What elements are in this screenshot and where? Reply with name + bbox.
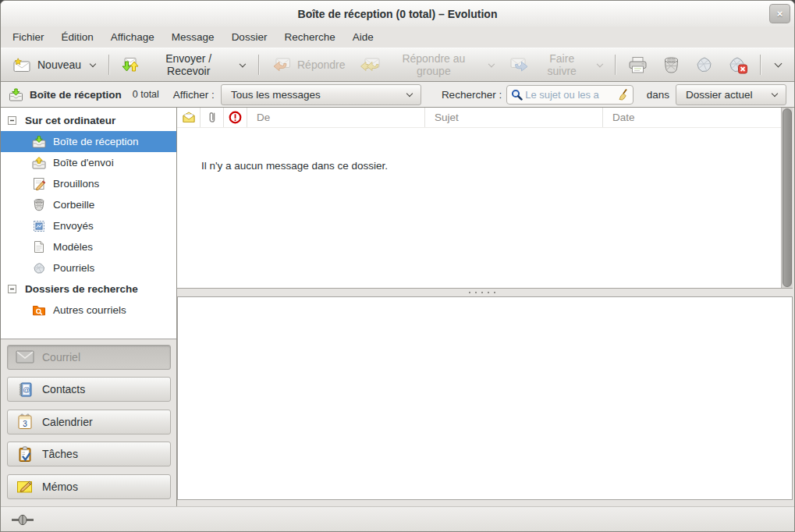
menu-dossier[interactable]: Dossier (223, 28, 276, 46)
calendar-icon: 3 (16, 413, 34, 430)
evolution-window: Boîte de réception (0 total) – Evolution… (0, 0, 795, 532)
content-area: Sur cet ordinateur Boîte de réception (1, 108, 794, 506)
inbox-icon (31, 136, 47, 148)
message-list: De Sujet Date Il n'y a aucun message dan… (177, 108, 793, 289)
reply-all-button[interactable]: Répondre au groupe (352, 48, 502, 81)
chevron-down-icon (488, 60, 495, 66)
templates-icon (31, 240, 47, 254)
toolbar-separator (760, 55, 761, 75)
tasks-icon (16, 446, 34, 463)
svg-text:3: 3 (23, 420, 27, 428)
reply-button[interactable]: Répondre (264, 53, 353, 76)
toolbar-overflow-button[interactable] (765, 59, 790, 70)
filterbar: Boîte de réception 0 total Afficher : To… (1, 82, 794, 108)
chevron-down-icon (775, 60, 783, 68)
chevron-down-icon (406, 90, 413, 96)
preview-pane (177, 296, 793, 500)
search-box (506, 85, 634, 105)
tree-group-search-folders[interactable]: Dossiers de recherche (1, 278, 176, 300)
chevron-down-icon (596, 60, 602, 66)
pane-splitter[interactable] (177, 289, 793, 296)
menu-edition[interactable]: Édition (53, 28, 102, 46)
empty-folder-message: Il n'y a aucun message dans ce dossier. (177, 128, 793, 172)
window-title: Boîte de réception (0 total) – Evolution (298, 8, 498, 20)
splitter-handle-icon (469, 292, 470, 293)
junk-delete-icon (728, 56, 748, 74)
switcher-calendar[interactable]: 3 Calendrier (7, 410, 171, 434)
tree-item-inbox[interactable]: Boîte de réception (1, 131, 176, 152)
column-date[interactable]: Date (603, 108, 781, 127)
column-important[interactable] (224, 108, 247, 127)
menu-message[interactable]: Message (163, 28, 223, 46)
delete-button[interactable] (655, 52, 687, 78)
expander-icon[interactable] (8, 116, 16, 125)
search-label: Rechercher : (442, 89, 502, 101)
expander-icon[interactable] (8, 285, 16, 293)
paperclip-icon (208, 111, 217, 124)
forward-button[interactable]: Faire suivre (502, 48, 610, 81)
toolbar-separator (615, 55, 616, 75)
tree-item-sent[interactable]: Envoyés (1, 215, 176, 236)
tree-item-junk[interactable]: Pourriels (1, 257, 176, 278)
tree-item-drafts[interactable]: Brouillons (1, 173, 176, 194)
scrollbar-thumb[interactable] (783, 108, 792, 287)
delete-junk-button[interactable] (721, 52, 755, 78)
forward-icon (509, 57, 530, 73)
tree-group-on-this-computer[interactable]: Sur cet ordinateur (1, 110, 176, 131)
chevron-down-icon (240, 60, 246, 66)
new-button[interactable]: Nouveau (5, 54, 104, 76)
search-folder-icon (31, 304, 47, 316)
search-icon[interactable] (511, 89, 523, 101)
printer-icon (627, 56, 648, 74)
column-subject[interactable]: Sujet (425, 108, 603, 127)
message-list-scrollbar[interactable] (781, 108, 793, 288)
junk-button[interactable] (687, 52, 721, 78)
inbox-icon (9, 88, 23, 101)
column-attachment[interactable] (201, 108, 224, 127)
message-list-header: De Sujet Date (177, 108, 781, 128)
close-button[interactable]: × (769, 4, 790, 23)
new-mail-icon (12, 58, 31, 73)
search-input[interactable] (523, 89, 617, 101)
clear-search-icon[interactable] (617, 88, 629, 101)
important-icon (229, 111, 242, 124)
junk-icon (694, 56, 714, 74)
switcher-tasks[interactable]: Tâches (7, 442, 171, 466)
statusbar (1, 506, 794, 532)
send-receive-button[interactable]: Envoyer / Recevoir (114, 48, 254, 81)
tree-item-other-mail[interactable]: Autres courriels (1, 300, 176, 321)
message-count: 0 total (133, 89, 159, 100)
toolbar-separator (258, 55, 259, 75)
sent-icon (31, 220, 47, 232)
menu-aide[interactable]: Aide (344, 28, 382, 46)
svg-text:@: @ (23, 385, 30, 393)
column-status[interactable] (177, 108, 201, 127)
chevron-down-icon (90, 60, 96, 66)
main-pane: De Sujet Date Il n'y a aucun message dan… (177, 108, 794, 506)
scope-dropdown[interactable]: Dossier actuel (676, 84, 786, 105)
switcher-contacts[interactable]: @ Contacts (7, 377, 171, 402)
tree-item-outbox[interactable]: Boîte d'envoi (1, 152, 176, 173)
reply-all-icon (359, 57, 381, 73)
menu-affichage[interactable]: Affichage (102, 28, 163, 46)
toolbar: Nouveau Envoyer / Recevoir (1, 48, 794, 82)
junk-icon (31, 262, 47, 275)
titlebar: Boîte de réception (0 total) – Evolution… (1, 1, 794, 27)
contacts-icon: @ (16, 381, 34, 398)
print-button[interactable] (620, 52, 655, 78)
column-from[interactable]: De (247, 108, 425, 127)
menu-fichier[interactable]: Fichier (4, 28, 53, 46)
switcher-memos[interactable]: Mémos (7, 474, 171, 499)
tree-item-templates[interactable]: Modèles (1, 236, 176, 257)
show-filter-dropdown[interactable]: Tous les messages (221, 84, 421, 105)
envelope-icon (182, 112, 196, 123)
online-status-icon[interactable] (12, 514, 34, 526)
chevron-down-icon (772, 90, 778, 96)
scope-label: dans (647, 89, 669, 101)
memos-icon (16, 479, 34, 494)
close-icon: × (777, 8, 783, 20)
mail-icon (16, 350, 34, 364)
switcher-mail[interactable]: Courriel (7, 345, 171, 370)
tree-item-trash[interactable]: Corbeille (1, 194, 176, 215)
menu-recherche[interactable]: Recherche (275, 28, 343, 46)
